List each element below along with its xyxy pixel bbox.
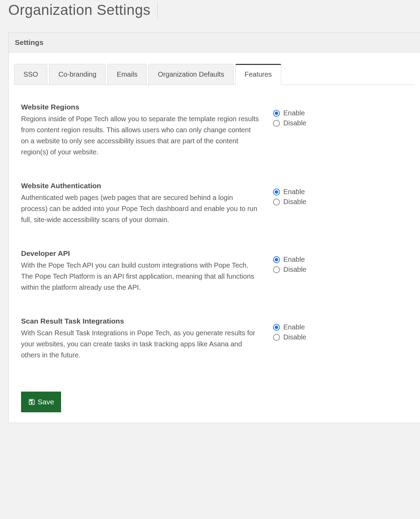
tab-sso[interactable]: SSO: [14, 64, 47, 85]
radio-enable[interactable]: Enable: [273, 323, 335, 331]
page-title: Organization Settings: [8, 2, 157, 18]
radio-icon: [273, 334, 280, 341]
radio-icon: [273, 120, 280, 127]
features-section: Website Regions Regions inside of Pope T…: [14, 85, 414, 392]
feature-description: With the Pope Tech API you can build cus…: [21, 260, 259, 293]
feature-developer-api: Developer API With the Pope Tech API you…: [21, 249, 408, 293]
radio-disable[interactable]: Disable: [273, 198, 335, 206]
radio-icon: [273, 189, 280, 195]
radio-icon: [273, 256, 280, 263]
feature-title: Developer API: [21, 249, 259, 258]
radio-enable[interactable]: Enable: [273, 256, 335, 263]
save-button[interactable]: Save: [21, 392, 61, 412]
panel-header: Settings: [9, 33, 420, 52]
tab-co-branding[interactable]: Co-branding: [49, 64, 106, 85]
feature-scan-result-task-integrations: Scan Result Task Integrations With Scan …: [21, 317, 408, 361]
radio-icon: [273, 324, 280, 331]
tab-emails[interactable]: Emails: [107, 64, 147, 85]
feature-title: Website Authentication: [21, 182, 259, 190]
radio-enable[interactable]: Enable: [273, 188, 335, 196]
radio-label: Enable: [283, 323, 305, 331]
radio-icon: [273, 266, 280, 273]
radio-label: Enable: [283, 188, 305, 196]
feature-description: With Scan Result Task Integrations in Po…: [21, 327, 259, 361]
save-icon: [28, 398, 36, 406]
radio-enable[interactable]: Enable: [273, 109, 335, 117]
feature-title: Website Regions: [21, 103, 259, 111]
radio-label: Disable: [283, 333, 306, 341]
radio-disable[interactable]: Disable: [273, 119, 335, 127]
settings-panel: Settings SSO Co-branding Emails Organiza…: [8, 32, 420, 423]
radio-label: Disable: [283, 119, 306, 127]
tab-organization-defaults[interactable]: Organization Defaults: [148, 64, 233, 85]
feature-website-authentication: Website Authentication Authenticated web…: [21, 182, 408, 225]
feature-description: Regions inside of Pope Tech allow you to…: [21, 113, 259, 157]
save-button-label: Save: [38, 398, 54, 406]
radio-icon: [273, 199, 280, 205]
feature-title: Scan Result Task Integrations: [21, 317, 259, 325]
radio-label: Disable: [283, 266, 306, 273]
feature-website-regions: Website Regions Regions inside of Pope T…: [21, 103, 408, 157]
radio-disable[interactable]: Disable: [273, 333, 335, 341]
radio-label: Enable: [283, 109, 305, 117]
title-divider: [157, 2, 158, 18]
tabs: SSO Co-branding Emails Organization Defa…: [14, 64, 414, 85]
radio-icon: [273, 110, 280, 117]
tab-features[interactable]: Features: [235, 64, 281, 85]
radio-label: Disable: [283, 198, 306, 206]
radio-disable[interactable]: Disable: [273, 266, 335, 273]
radio-label: Enable: [283, 256, 305, 263]
panel-title: Settings: [15, 38, 414, 47]
feature-description: Authenticated web pages (web pages that …: [21, 192, 259, 225]
